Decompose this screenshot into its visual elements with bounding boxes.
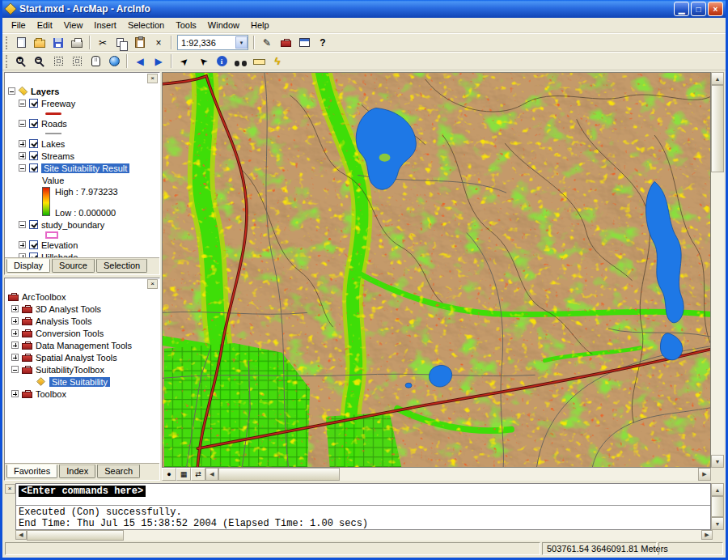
editor-button[interactable]: ✎ <box>258 35 276 51</box>
menu-insert[interactable]: Insert <box>88 19 122 32</box>
horizontal-scroll-thumb[interactable] <box>218 468 340 481</box>
arctoolbox-root-label[interactable]: ArcToolbox <box>22 292 66 302</box>
save-button[interactable] <box>49 35 67 51</box>
expand-box[interactable] <box>19 140 26 147</box>
layer-item-study-boundary[interactable]: study_boundary <box>5 218 159 231</box>
find-button[interactable] <box>231 53 249 70</box>
scroll-up-button[interactable]: ▲ <box>711 72 724 85</box>
expand-box[interactable] <box>19 241 26 248</box>
menu-help[interactable]: Help <box>245 19 275 32</box>
scroll-right-button[interactable]: ▶ <box>701 530 713 540</box>
command-horizontal-scrollbar[interactable]: ◀ ▶ <box>15 530 713 541</box>
layer-item-elevation[interactable]: Elevation <box>5 239 159 251</box>
scale-combobox[interactable]: 1:92,336 ▼ <box>177 35 248 50</box>
menu-window[interactable]: Window <box>202 19 245 32</box>
paste-button[interactable] <box>131 35 149 51</box>
scroll-down-button[interactable]: ▼ <box>711 517 724 530</box>
command-line-button[interactable] <box>295 35 313 51</box>
layer-checkbox[interactable] <box>29 99 38 108</box>
maximize-button[interactable]: □ <box>691 2 706 16</box>
toolbox-item-conversion[interactable]: Conversion Tools <box>5 327 159 339</box>
layer-checkbox[interactable] <box>29 139 38 148</box>
print-button[interactable] <box>68 35 86 51</box>
scroll-track[interactable] <box>124 530 701 541</box>
toolbar-grip[interactable] <box>6 55 8 68</box>
tool-item-site-suitability[interactable]: Site Suitability <box>5 375 159 388</box>
tool-label-selected[interactable]: Site Suitability <box>49 377 110 387</box>
pan-button[interactable] <box>87 53 104 70</box>
vertical-scroll-thumb[interactable] <box>711 85 724 172</box>
menu-selection[interactable]: Selection <box>122 19 170 32</box>
toolbox-item-label[interactable]: Toolbox <box>36 389 66 399</box>
collapse-box[interactable] <box>19 221 26 228</box>
expand-box[interactable] <box>19 152 26 159</box>
layer-checkbox[interactable] <box>29 220 38 229</box>
expand-box[interactable] <box>11 390 19 397</box>
toc-root-label[interactable]: Layers <box>31 87 59 96</box>
select-features-button[interactable]: ➤ <box>176 53 193 70</box>
toolbar-grip[interactable] <box>6 36 8 49</box>
scroll-down-button[interactable]: ▼ <box>711 455 724 468</box>
menu-edit[interactable]: Edit <box>32 19 58 32</box>
toc-root-layers[interactable]: Layers <box>5 85 159 97</box>
cut-button[interactable]: ✂ <box>94 35 112 51</box>
toolbox-item-data-management[interactable]: Data Management Tools <box>5 339 159 351</box>
layer-label[interactable]: study_boundary <box>41 220 104 230</box>
measure-button[interactable] <box>250 53 268 70</box>
expand-box[interactable] <box>11 342 19 349</box>
go-forward-extent-button[interactable]: ▶ <box>150 53 167 70</box>
tab-display[interactable]: Display <box>6 259 50 273</box>
menu-file[interactable]: File <box>6 19 32 32</box>
layer-item-roads[interactable]: Roads <box>5 117 159 129</box>
toolbox-item-label[interactable]: Analysis Tools <box>36 316 92 326</box>
layer-label[interactable]: Lakes <box>41 139 65 149</box>
close-button[interactable]: × <box>708 2 723 16</box>
layer-item-freeway[interactable]: Freeway <box>5 97 159 109</box>
toolbox-item-label[interactable]: Conversion Tools <box>36 329 104 338</box>
minimize-button[interactable]: ▁ <box>674 2 689 16</box>
command-window-close-button[interactable]: × <box>5 484 15 494</box>
title-bar[interactable]: Start.mxd - ArcMap - ArcInfo ▁ □ × <box>2 0 726 18</box>
toolbox-item-label[interactable]: 3D Analyst Tools <box>36 304 101 314</box>
tab-index[interactable]: Index <box>59 465 95 478</box>
scroll-track[interactable] <box>340 468 698 481</box>
scroll-right-button[interactable]: ▶ <box>698 468 711 481</box>
new-map-button[interactable] <box>12 35 30 51</box>
open-button[interactable] <box>31 35 49 51</box>
expand-box[interactable] <box>11 305 19 312</box>
collapse-box[interactable] <box>19 164 26 172</box>
expand-box[interactable] <box>11 317 19 325</box>
zoom-out-button[interactable] <box>31 53 49 70</box>
collapse-box[interactable] <box>11 366 19 373</box>
layer-checkbox[interactable] <box>29 240 38 249</box>
layout-view-button[interactable]: ▦ <box>176 468 191 481</box>
full-extent-button[interactable] <box>105 53 123 70</box>
command-output-area[interactable]: Executed (Con) successfully.End Time: Th… <box>16 506 710 529</box>
toolbox-item-spatial-analyst[interactable]: Spatial Analyst Tools <box>5 351 159 363</box>
refresh-view-button[interactable]: ⇄ <box>191 468 205 481</box>
layer-label[interactable]: Roads <box>41 119 67 129</box>
delete-button[interactable]: × <box>150 35 167 51</box>
toolbox-item-label[interactable]: SuitabilityToolbox <box>36 365 104 375</box>
scroll-track[interactable] <box>711 172 724 455</box>
collapse-box[interactable] <box>19 120 26 127</box>
map-vertical-scrollbar[interactable]: ▲ ▼ <box>711 72 724 468</box>
toc-close-button[interactable]: × <box>147 74 158 83</box>
scale-dropdown-button[interactable]: ▼ <box>235 36 248 49</box>
expand-box[interactable] <box>11 354 19 361</box>
tab-source[interactable]: Source <box>52 259 95 273</box>
layer-label-selected[interactable]: Site Suitability Result <box>41 163 129 173</box>
layer-checkbox[interactable] <box>29 252 38 257</box>
map-horizontal-scrollbar[interactable]: ◀ ▶ <box>205 468 711 481</box>
scroll-left-button[interactable]: ◀ <box>205 468 218 481</box>
layer-label[interactable]: Freeway <box>41 99 75 108</box>
toolbox-item-toolbox[interactable]: Toolbox <box>5 388 159 400</box>
toolbox-item-label[interactable]: Spatial Analyst Tools <box>36 353 117 363</box>
scroll-left-button[interactable]: ◀ <box>15 530 27 540</box>
expand-box[interactable] <box>19 253 26 257</box>
tab-search[interactable]: Search <box>97 465 140 478</box>
map-canvas[interactable] <box>162 72 711 468</box>
fixed-zoom-out-button[interactable] <box>68 53 86 70</box>
layer-item-lakes[interactable]: Lakes <box>5 138 159 150</box>
vertical-scroll-thumb[interactable] <box>711 496 724 517</box>
